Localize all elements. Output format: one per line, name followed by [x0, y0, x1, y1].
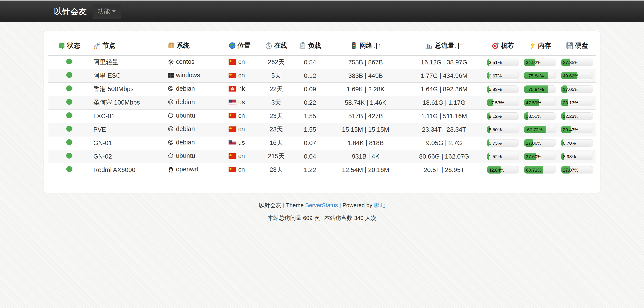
cpu-progress-bar: 1.52%: [487, 153, 519, 160]
ram-progress-bar: 37.60%: [524, 153, 556, 160]
total-traffic: 23.34T | 23.34T: [422, 126, 466, 133]
functions-dropdown-toggle[interactable]: 功能: [92, 4, 121, 19]
os-name: ubuntu: [176, 112, 195, 119]
dart-target-icon: [492, 42, 499, 49]
cpu-progress-bar: 42.64%: [487, 166, 519, 173]
total-traffic: 80.66G | 162.07G: [419, 153, 469, 160]
debian-icon: [168, 85, 174, 92]
clover-icon: [58, 42, 66, 49]
disk-percent-label: 0.70%: [563, 141, 576, 145]
uptime-value: 23天: [270, 126, 283, 133]
node-name: 阿里 ESC: [94, 72, 121, 79]
cpu-percent-label: 8.12%: [489, 114, 502, 118]
uptime-value: 22天: [270, 85, 283, 92]
disk-progress-bar: 8.98%: [561, 153, 593, 160]
country-code: cn: [238, 58, 245, 65]
windows-icon: [168, 72, 174, 78]
credit-line: 以针会友 | Theme ServerStatus | Powered by 哪…: [0, 201, 644, 209]
online-status-dot: [66, 112, 72, 118]
uptime-value: 3天: [272, 99, 281, 106]
network-speed: 1.69K | 2.28K: [346, 86, 384, 93]
network-speed: 383B | 449B: [348, 72, 383, 79]
column-header-label: 网络↓|↑: [359, 42, 381, 49]
disk-progress-bar: 27.07%: [561, 166, 593, 173]
server-row[interactable]: 香港 500Mbps debian hk 22天 0.09 1.69K | 2.…: [48, 82, 596, 96]
country-code: cn: [238, 112, 245, 119]
rocket-icon: [94, 42, 101, 49]
node-name: 阿里轻量: [94, 59, 119, 65]
stopwatch-icon: [265, 42, 272, 49]
column-header-node: 节点: [90, 36, 164, 55]
uptime-value: 23天: [270, 166, 283, 173]
online-status-dot: [66, 139, 72, 145]
ram-percent-label: 67.72%: [527, 127, 542, 132]
uptime-value: 23天: [270, 112, 283, 119]
uptime-value: 262天: [268, 59, 285, 65]
credit-prefix: 以针会友 | Theme: [259, 202, 305, 208]
us-flag-icon: [228, 100, 236, 105]
network-speed: 58.74K | 1.46K: [345, 99, 386, 106]
server-row[interactable]: GN-01 debian us 16天 0.07 1.64K | 818B 9.…: [48, 136, 596, 150]
cpu-progress-bar: 17.53%: [487, 99, 519, 106]
node-name: PVE: [94, 126, 106, 133]
disk-percent-label: 27.07%: [563, 168, 578, 172]
disk-percent-label: 27.35%: [563, 60, 578, 65]
column-header-label: 在线: [274, 42, 287, 49]
ram-percent-label: 75.84%: [528, 74, 544, 78]
load-value: 0.12: [304, 72, 316, 79]
disk-progress-bar: 12.23%: [561, 112, 593, 120]
server-row[interactable]: 阿里 ESC windows cn 5天 0.12 383B | 449B 1.…: [48, 69, 596, 82]
load-value: 0.09: [304, 86, 316, 93]
powered-by-link[interactable]: 哪吒: [374, 202, 385, 208]
servers-table: 状态 节点 系统 位置 在线 负载 网络↓|↑ 总流量↓|↑ 核芯 内存 硬盘 …: [48, 36, 596, 176]
page-footer: 以针会友 | Theme ServerStatus | Powered by 哪…: [0, 201, 644, 222]
theme-link[interactable]: ServerStatus: [305, 202, 338, 208]
total-traffic: 18.61G | 1.17G: [422, 99, 466, 106]
node-name: GN-01: [94, 140, 112, 147]
caret-down-icon: [112, 10, 116, 12]
cn-flag-icon: [228, 153, 236, 159]
cpu-progress-bar: 5.93%: [487, 85, 519, 93]
ram-progress-bar: 60.71%: [524, 166, 556, 173]
functions-dropdown-label: 功能: [98, 7, 110, 16]
disk-percent-label: 12.23%: [563, 114, 578, 118]
visit-stats: 本站总访问量 609 次 | 本站访客数 340 人次: [0, 214, 644, 222]
load-value: 0.07: [304, 140, 316, 147]
ram-percent-label: 13.51%: [526, 114, 541, 118]
ubuntu-icon: [168, 153, 174, 159]
column-header-cpu: 核芯: [484, 36, 522, 55]
country-code: hk: [238, 85, 245, 92]
ram-progress-bar: 34.92%: [524, 59, 556, 66]
disk-progress-bar: 23.13%: [561, 99, 593, 106]
disk-progress-bar: 29.43%: [561, 126, 593, 133]
uptime-value: 215天: [268, 153, 285, 160]
server-row[interactable]: PVE debian cn 23天 1.55 15.15M | 15.15M 2…: [48, 123, 596, 136]
column-header-status: 状态: [48, 36, 90, 55]
total-traffic: 1.77G | 434.96M: [421, 72, 468, 79]
load-value: 0.04: [304, 153, 316, 160]
column-header-label: 系统: [177, 42, 190, 49]
navbar-brand[interactable]: 以针会友: [54, 6, 87, 17]
node-name: 香港 500Mbps: [94, 85, 134, 92]
node-name: GN-02: [94, 153, 112, 160]
us-flag-icon: [228, 140, 236, 145]
server-row[interactable]: LXC-01 ubuntu cn 23天 1.55 517B | 427B 1.…: [48, 109, 596, 123]
load-value: 1.55: [304, 126, 316, 133]
navbar: 以针会友 功能: [0, 1, 644, 22]
server-row[interactable]: 圣何塞 100Mbps debian us 3天 0.22 58.74K | 1…: [48, 96, 596, 109]
online-status-dot: [66, 153, 72, 158]
node-name: 圣何塞 100Mbps: [94, 99, 140, 106]
centos-icon: [168, 59, 174, 65]
total-traffic: 16.12G | 38.97G: [421, 59, 467, 66]
server-row[interactable]: 阿里轻量 centos cn 262天 0.54 755B | 867B 16.…: [48, 55, 596, 69]
clipboard-icon: [299, 42, 306, 49]
online-status-dot: [66, 166, 72, 172]
column-header-load: 负载: [293, 36, 328, 55]
server-row[interactable]: Redmi AX6000 openwrt cn 23天 1.22 12.54M …: [48, 163, 596, 176]
cpu-percent-label: 8.50%: [489, 127, 502, 132]
server-row[interactable]: GN-02 ubuntu cn 215天 0.04 931B | 4K 80.6…: [48, 150, 596, 163]
ram-progress-bar: 67.72%: [524, 126, 556, 133]
disk-progress-bar: 17.05%: [561, 85, 593, 93]
os-name: debian: [176, 125, 195, 133]
os-name: windows: [176, 72, 200, 79]
